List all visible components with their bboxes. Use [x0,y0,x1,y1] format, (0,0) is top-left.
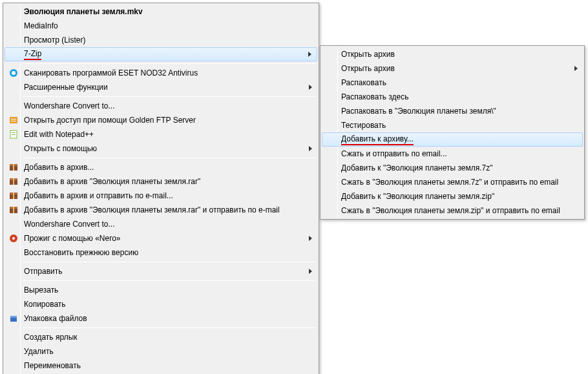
menu-item-label: Упаковка файлов [24,314,87,323]
svg-rect-4 [11,121,16,121]
submenu-add-to-archive[interactable]: Добавить к архиву... [322,132,583,147]
nero-icon [8,233,19,244]
submenu-compress-email[interactable]: Сжать и отправить по email... [322,147,583,161]
menu-separator [23,262,316,262]
winrar-icon [8,205,19,215]
menu-item-label: Восстановить прежнюю версию [24,248,138,257]
submenu-arrow-icon [309,269,312,274]
menu-item-cut[interactable]: Вырезать [5,283,317,297]
menu-item-label: Отправить [24,267,63,276]
menu-item-add-archive-rar[interactable]: Добавить в архив "Эволюция планеты земля… [5,174,317,189]
menu-item-lister[interactable]: Просмотр (Lister) [5,33,317,47]
menu-item-pack-files[interactable]: Упаковка файлов [5,311,317,326]
menu-item-label: Распаковать [341,78,386,87]
submenu-arrow-icon [309,85,312,90]
menu-item-notepadpp[interactable]: Edit with Notepad++ [5,127,317,141]
menu-item-label: Просмотр (Lister) [24,36,85,45]
submenu-add-7z[interactable]: Добавить к "Эволюция планеты земля.7z" [322,161,583,175]
menu-item-label: Вырезать [24,286,58,295]
menu-item-label: Добавить к архиву... [341,134,414,145]
menu-item-label: Edit with Notepad++ [24,130,94,139]
submenu-open-archive[interactable]: Открыть архив [322,47,583,61]
menu-item-label: Открыть с помощью [24,144,97,153]
submenu-test[interactable]: Тестировать [322,118,583,132]
menu-item-delete[interactable]: Удалить [5,344,317,358]
submenu-add-zip[interactable]: Добавить к "Эволюция планеты земля.zip" [322,189,583,203]
menu-item-label: Создать ярлык [24,333,78,342]
svg-rect-13 [13,178,14,185]
ftp-icon [8,115,19,125]
svg-rect-6 [12,132,16,133]
submenu-extract-here[interactable]: Распаковать здесь [322,90,583,104]
svg-rect-3 [11,119,16,119]
submenu-arrow-icon [574,66,578,71]
svg-point-1 [12,71,16,75]
submenu-extract-to-folder[interactable]: Распаковать в "Эволюция планеты земля\" [322,104,583,118]
submenu-open-archive-as[interactable]: Открыть архив [322,61,583,76]
menu-item-label: Wondershare Convert to... [24,220,115,229]
menu-item-label: Открыть доступ при помощи Golden FTP Ser… [24,116,196,125]
menu-item-add-archive-email[interactable]: Добавить в архив и отправить по e-mail..… [5,189,317,203]
winrar-icon [8,176,19,187]
menu-separator [23,63,316,64]
menu-item-label: Расширенные функции [24,83,108,92]
menu-item-copy[interactable]: Копировать [5,297,317,311]
submenu-compress-zip-email[interactable]: Сжать в "Эволюция планеты земля.zip" и о… [322,203,583,218]
menu-item-label: Открыть архив [341,64,395,73]
submenu-extract[interactable]: Распаковать [322,76,583,90]
winrar-icon [8,162,19,172]
menu-item-label: Сжать в "Эволюция планеты земля.zip" и о… [341,206,560,215]
menu-item-label: Тестировать [341,121,386,130]
menu-item-nero[interactable]: Прожиг с помощью «Nero» [5,231,317,245]
submenu-arrow-icon [308,52,311,57]
menu-item-label: Распаковать здесь [341,92,408,101]
svg-rect-19 [13,207,14,213]
menu-separator [23,96,316,97]
menu-item-create-shortcut[interactable]: Создать ярлык [5,330,317,344]
menu-item-label: Добавить в архив... [24,163,94,172]
submenu-arrow-icon [309,146,312,151]
notepad-icon [8,129,19,140]
submenu-arrow-icon [309,236,312,241]
pack-icon [8,313,19,324]
menu-item-mediainfo[interactable]: MediaInfo [5,19,317,33]
menu-item-label: Копировать [24,300,66,309]
menu-item-restore-version[interactable]: Восстановить прежнюю версию [5,245,317,260]
menu-item-wondershare-2[interactable]: Wondershare Convert to... [5,217,317,231]
menu-item-wondershare-1[interactable]: Wondershare Convert to... [5,99,317,113]
menu-item-open-with[interactable]: Открыть с помощью [5,141,317,156]
menu-item-advanced[interactable]: Расширенные функции [5,80,317,94]
menu-item-label: Открыть архив [341,50,395,59]
menu-item-label: Добавить в архив и отправить по e-mail..… [24,191,173,200]
svg-rect-7 [12,134,16,135]
menu-title-label: Эволюция планеты земля.mkv [24,7,143,16]
menu-item-label: Сжать в "Эволюция планеты земля.7z" и от… [341,178,558,187]
menu-separator [23,327,316,328]
menu-item-label: Сжать и отправить по email... [341,149,447,158]
svg-rect-23 [10,316,17,318]
eset-icon [8,68,19,78]
menu-item-add-archive[interactable]: Добавить в архив... [5,160,317,174]
menu-item-rename[interactable]: Переименовать [5,358,317,373]
svg-point-21 [12,237,15,240]
menu-item-label: Добавить в архив "Эволюция планеты земля… [24,177,200,186]
menu-item-label: Добавить в архив "Эволюция планеты земля… [24,205,280,214]
svg-rect-16 [13,192,14,199]
menu-item-label: Добавить к "Эволюция планеты земля.7z" [341,163,493,172]
menu-item-eset-scan[interactable]: Сканировать программой ESET NOD32 Antivi… [5,66,317,80]
menu-item-add-archive-rar-email[interactable]: Добавить в архив "Эволюция планеты земля… [5,203,317,217]
menu-item-label: 7-Zip [24,49,41,60]
menu-item-label: Удалить [24,347,54,356]
menu-item-label: Добавить к "Эволюция планеты земля.zip" [341,192,494,201]
svg-rect-10 [13,164,14,171]
menu-item-label: Wondershare Convert to... [24,101,115,110]
menu-separator [23,158,316,158]
context-menu-7zip: Открыть архив Открыть архив Распаковать … [320,45,585,220]
menu-item-send-to[interactable]: Отправить [5,264,317,278]
menu-item-label: Распаковать в "Эволюция планеты земля\" [341,107,496,116]
menu-title[interactable]: Эволюция планеты земля.mkv [5,5,317,19]
menu-item-golden-ftp[interactable]: Открыть доступ при помощи Golden FTP Ser… [5,113,317,127]
menu-item-7zip[interactable]: 7-Zip [5,47,317,61]
svg-rect-2 [10,117,17,123]
submenu-compress-7z-email[interactable]: Сжать в "Эволюция планеты земля.7z" и от… [322,175,583,189]
